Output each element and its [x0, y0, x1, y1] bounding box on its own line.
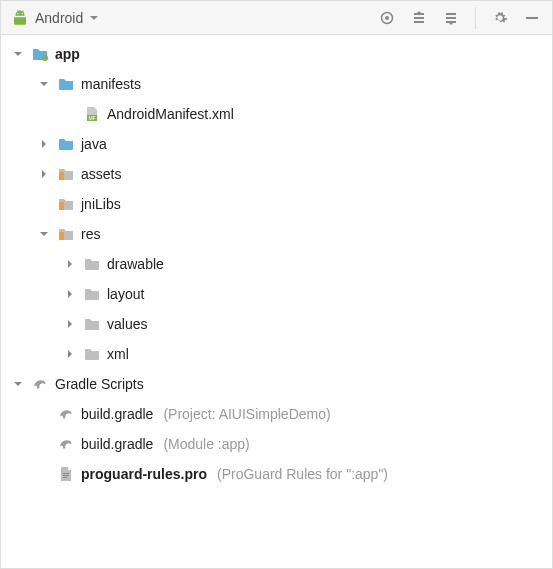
chevron-right-icon[interactable] — [63, 257, 77, 271]
node-label: manifests — [81, 76, 141, 92]
chevron-down-icon[interactable] — [11, 47, 25, 61]
svg-rect-4 — [414, 13, 424, 15]
chevron-right-icon[interactable] — [63, 287, 77, 301]
svg-point-0 — [17, 12, 19, 14]
tree-node-assets[interactable]: assets — [1, 159, 552, 189]
tree-node-app[interactable]: app — [1, 39, 552, 69]
svg-rect-14 — [59, 172, 64, 180]
grey-folder-icon — [83, 285, 101, 303]
resource-folder-icon — [57, 165, 75, 183]
svg-point-3 — [385, 16, 389, 20]
project-view-selector[interactable]: Android — [11, 9, 369, 27]
file-icon — [57, 465, 75, 483]
grey-folder-icon — [83, 345, 101, 363]
svg-rect-10 — [526, 17, 538, 19]
gradle-icon — [57, 435, 75, 453]
svg-point-11 — [42, 55, 48, 61]
toggle-spacer — [37, 407, 51, 421]
node-label: proguard-rules.pro — [81, 466, 207, 482]
node-label: Gradle Scripts — [55, 376, 144, 392]
tree-node-res[interactable]: res — [1, 219, 552, 249]
folder-icon — [57, 75, 75, 93]
svg-rect-16 — [59, 232, 64, 240]
project-pane-toolbar: Android — [1, 1, 552, 35]
toggle-spacer — [37, 197, 51, 211]
chevron-right-icon[interactable] — [63, 317, 77, 331]
hide-button[interactable] — [520, 6, 544, 30]
chevron-down-icon[interactable] — [37, 77, 51, 91]
tree-node-manifests[interactable]: manifests — [1, 69, 552, 99]
tree-node-gradle-scripts[interactable]: Gradle Scripts — [1, 369, 552, 399]
node-label: values — [107, 316, 147, 332]
tree-node-java[interactable]: java — [1, 129, 552, 159]
settings-button[interactable] — [488, 6, 512, 30]
node-label: drawable — [107, 256, 164, 272]
tree-node-build-gradle-module[interactable]: build.gradle(Module :app) — [1, 429, 552, 459]
svg-rect-15 — [59, 202, 64, 210]
view-selector-label: Android — [35, 10, 83, 26]
project-tree[interactable]: appmanifestsMFAndroidManifest.xmljavaass… — [1, 35, 552, 497]
toggle-spacer — [37, 467, 51, 481]
svg-point-1 — [22, 12, 24, 14]
svg-rect-9 — [446, 21, 456, 23]
node-label: res — [81, 226, 100, 242]
svg-rect-6 — [414, 21, 424, 23]
node-label: jniLibs — [81, 196, 121, 212]
tree-node-manifest-xml[interactable]: MFAndroidManifest.xml — [1, 99, 552, 129]
gradle-icon — [31, 375, 49, 393]
tree-node-drawable[interactable]: drawable — [1, 249, 552, 279]
node-label: build.gradle — [81, 436, 153, 452]
module-folder-icon — [31, 45, 49, 63]
svg-rect-7 — [446, 13, 456, 15]
node-qualifier: (ProGuard Rules for ":app") — [217, 466, 388, 482]
collapse-all-button[interactable] — [439, 6, 463, 30]
node-qualifier: (Module :app) — [163, 436, 249, 452]
node-label: app — [55, 46, 80, 62]
svg-rect-19 — [63, 477, 67, 478]
node-label: AndroidManifest.xml — [107, 106, 234, 122]
manifest-file-icon: MF — [83, 105, 101, 123]
svg-rect-17 — [63, 473, 69, 474]
tree-node-xml[interactable]: xml — [1, 339, 552, 369]
chevron-right-icon[interactable] — [37, 137, 51, 151]
chevron-right-icon[interactable] — [63, 347, 77, 361]
select-opened-file-button[interactable] — [375, 6, 399, 30]
tree-node-jnilibs[interactable]: jniLibs — [1, 189, 552, 219]
resource-folder-icon — [57, 195, 75, 213]
toolbar-separator — [475, 7, 476, 29]
grey-folder-icon — [83, 255, 101, 273]
tree-node-layout[interactable]: layout — [1, 279, 552, 309]
folder-icon — [57, 135, 75, 153]
grey-folder-icon — [83, 315, 101, 333]
chevron-down-icon[interactable] — [37, 227, 51, 241]
node-label: java — [81, 136, 107, 152]
tree-node-proguard[interactable]: proguard-rules.pro(ProGuard Rules for ":… — [1, 459, 552, 489]
android-icon — [11, 9, 29, 27]
dropdown-arrow-icon — [89, 10, 99, 26]
toggle-spacer — [37, 437, 51, 451]
node-qualifier: (Project: AIUISimpleDemo) — [163, 406, 330, 422]
tree-node-build-gradle-project[interactable]: build.gradle(Project: AIUISimpleDemo) — [1, 399, 552, 429]
svg-text:MF: MF — [88, 115, 95, 121]
node-label: xml — [107, 346, 129, 362]
svg-rect-5 — [414, 17, 424, 19]
expand-all-button[interactable] — [407, 6, 431, 30]
chevron-right-icon[interactable] — [37, 167, 51, 181]
toggle-spacer — [63, 107, 77, 121]
gradle-icon — [57, 405, 75, 423]
chevron-down-icon[interactable] — [11, 377, 25, 391]
svg-rect-18 — [63, 475, 69, 476]
node-label: layout — [107, 286, 144, 302]
svg-rect-8 — [446, 17, 456, 19]
node-label: build.gradle — [81, 406, 153, 422]
resource-folder-icon — [57, 225, 75, 243]
node-label: assets — [81, 166, 121, 182]
tree-node-values[interactable]: values — [1, 309, 552, 339]
